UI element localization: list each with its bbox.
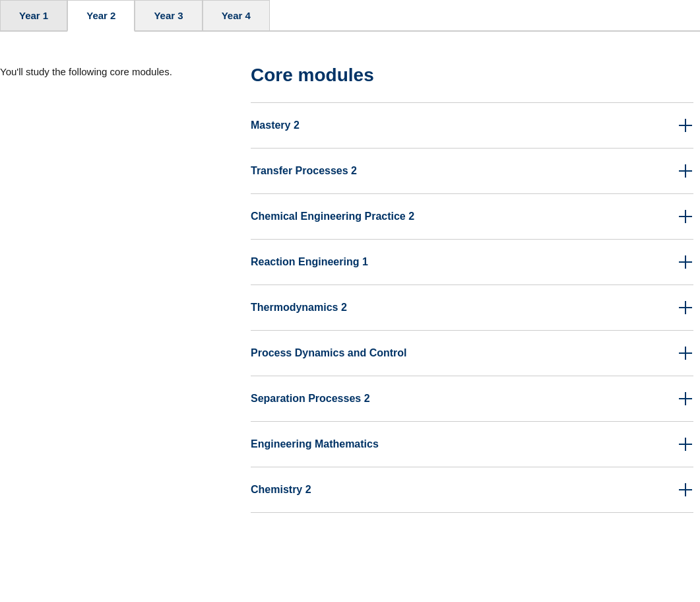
- module-item: Engineering Mathematics: [251, 421, 693, 467]
- expand-icon[interactable]: [678, 345, 693, 361]
- module-item: Thermodynamics 2: [251, 284, 693, 330]
- plus-icon: [679, 392, 692, 405]
- plus-icon: [679, 483, 692, 496]
- module-row[interactable]: Chemical Engineering Practice 2: [251, 194, 693, 239]
- plus-icon: [679, 210, 692, 223]
- module-row[interactable]: Engineering Mathematics: [251, 422, 693, 467]
- sidebar-text: You'll study the following core modules.: [0, 65, 238, 80]
- module-name: Separation Processes 2: [251, 393, 370, 405]
- module-item: Separation Processes 2: [251, 376, 693, 421]
- module-row[interactable]: Separation Processes 2: [251, 376, 693, 421]
- module-name: Mastery 2: [251, 119, 300, 131]
- module-row[interactable]: Chemistry 2: [251, 467, 693, 512]
- expand-icon[interactable]: [678, 300, 693, 316]
- tab-year3[interactable]: Year 3: [135, 0, 202, 30]
- module-item: Chemical Engineering Practice 2: [251, 193, 693, 239]
- core-modules-section: Core modules Mastery 2Transfer Processes…: [251, 65, 700, 513]
- expand-icon[interactable]: [678, 163, 693, 179]
- expand-icon[interactable]: [678, 254, 693, 270]
- plus-icon: [679, 438, 692, 451]
- module-row[interactable]: Reaction Engineering 1: [251, 240, 693, 284]
- tab-year2[interactable]: Year 2: [67, 0, 135, 32]
- tab-year1[interactable]: Year 1: [0, 0, 67, 30]
- module-name: Thermodynamics 2: [251, 302, 347, 314]
- plus-icon: [679, 164, 692, 178]
- module-item: Mastery 2: [251, 102, 693, 148]
- expand-icon[interactable]: [678, 482, 693, 498]
- plus-icon: [679, 301, 692, 314]
- module-row[interactable]: Transfer Processes 2: [251, 149, 693, 193]
- module-name: Transfer Processes 2: [251, 165, 357, 177]
- expand-icon[interactable]: [678, 391, 693, 407]
- module-item: Chemistry 2: [251, 467, 693, 513]
- module-row[interactable]: Process Dynamics and Control: [251, 331, 693, 376]
- module-item: Process Dynamics and Control: [251, 330, 693, 376]
- module-name: Reaction Engineering 1: [251, 256, 368, 268]
- module-row[interactable]: Thermodynamics 2: [251, 285, 693, 330]
- module-item: Reaction Engineering 1: [251, 239, 693, 284]
- plus-icon: [679, 119, 692, 132]
- expand-icon[interactable]: [678, 209, 693, 224]
- year-tabs: Year 1 Year 2 Year 3 Year 4: [0, 0, 700, 32]
- sidebar: You'll study the following core modules.: [0, 65, 251, 513]
- module-list: Mastery 2Transfer Processes 2Chemical En…: [251, 102, 693, 513]
- expand-icon[interactable]: [678, 436, 693, 452]
- expand-icon[interactable]: [678, 117, 693, 133]
- plus-icon: [679, 255, 692, 269]
- module-row[interactable]: Mastery 2: [251, 103, 693, 148]
- module-name: Process Dynamics and Control: [251, 347, 407, 359]
- plus-icon: [679, 347, 692, 360]
- page-content: You'll study the following core modules.…: [0, 32, 700, 533]
- section-title: Core modules: [251, 65, 693, 86]
- module-name: Chemical Engineering Practice 2: [251, 211, 414, 222]
- tab-year4[interactable]: Year 4: [203, 0, 270, 30]
- module-item: Transfer Processes 2: [251, 148, 693, 193]
- module-name: Engineering Mathematics: [251, 438, 379, 450]
- module-name: Chemistry 2: [251, 484, 311, 496]
